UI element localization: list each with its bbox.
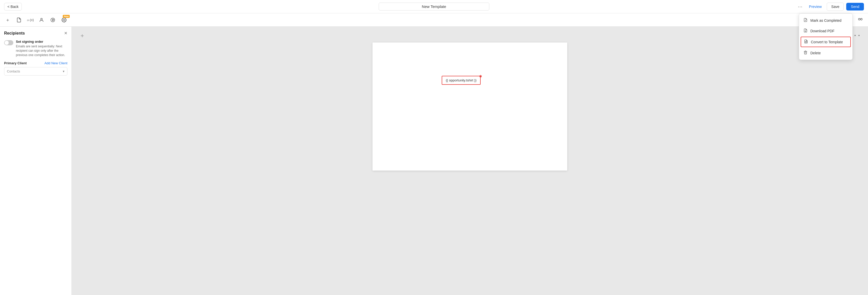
field-required-asterisk: ✱: [479, 74, 482, 78]
contacts-placeholder: Contacts: [7, 69, 20, 73]
save-button[interactable]: Save: [827, 3, 844, 11]
delete-icon: [803, 51, 808, 55]
dropdown-chevron-icon: ▾: [63, 69, 65, 73]
more-options-button[interactable]: ⋯: [796, 2, 804, 11]
menu-item-delete[interactable]: Delete: [799, 47, 852, 58]
primary-client-label: Primary Client: [4, 61, 27, 65]
document-page: {{ opportunity.tshirt }} ✱: [373, 42, 567, 170]
compare-button[interactable]: [857, 15, 864, 24]
settings-tool-icon[interactable]: New: [60, 17, 68, 24]
add-tool-icon[interactable]: ＋: [4, 17, 11, 24]
field-text: {{ opportunity.tshirt }}: [446, 78, 476, 82]
sidebar-title: Recipients: [4, 31, 25, 36]
mark-completed-label: Mark as Completed: [810, 19, 841, 23]
person-tool-icon[interactable]: [38, 17, 45, 24]
svg-rect-7: [805, 41, 807, 42]
download-pdf-label: Download PDF: [810, 29, 834, 33]
primary-client-row: Primary Client Add New Client: [4, 61, 67, 65]
document-toolbar: ＋ • • •: [77, 32, 863, 39]
signing-order-label: Set signing order: [16, 40, 67, 43]
document-area: ＋ • • • {{ opportunity.tshirt }} ✱: [72, 27, 868, 295]
signing-order-text: Set signing order Emails are sent sequen…: [16, 40, 67, 57]
svg-point-5: [861, 19, 862, 20]
download-pdf-icon: [803, 28, 808, 33]
template-field-box[interactable]: {{ opportunity.tshirt }} ✱: [442, 76, 480, 85]
sidebar-header: Recipients ✕: [4, 31, 67, 36]
signing-order-row: Set signing order Emails are sent sequen…: [4, 40, 67, 57]
signing-order-toggle[interactable]: [4, 40, 13, 45]
more-options-dropdown: Mark as Completed Download PDF Convert t…: [799, 13, 852, 60]
recipients-sidebar: Recipients ✕ Set signing order Emails ar…: [0, 27, 72, 295]
menu-item-download-pdf[interactable]: Download PDF: [799, 26, 852, 36]
svg-point-1: [41, 18, 42, 20]
header-left: < Back: [4, 3, 22, 10]
preview-button[interactable]: Preview: [807, 3, 825, 10]
menu-item-convert-template[interactable]: Convert to Template: [801, 37, 851, 47]
contacts-dropdown[interactable]: Contacts ▾: [4, 67, 67, 75]
variable-tool-icon[interactable]: (x) (x): [27, 17, 34, 24]
header-center: [379, 3, 489, 10]
send-button[interactable]: Send: [846, 3, 864, 10]
svg-text:(x): (x): [27, 19, 29, 21]
add-new-client-button[interactable]: Add New Client: [44, 61, 67, 65]
back-button[interactable]: < Back: [4, 3, 22, 10]
document-title-input[interactable]: [379, 3, 489, 10]
new-badge: New: [63, 15, 70, 18]
toolbar-tools: ＋ (x) (x): [4, 17, 68, 24]
document-add-button[interactable]: ＋: [80, 32, 85, 39]
signing-order-description: Emails are sent sequentially: Next recip…: [16, 44, 67, 57]
convert-template-icon: [804, 39, 808, 44]
file-tool-icon[interactable]: [16, 17, 23, 24]
header: < Back ⋯ Preview Save Send: [0, 0, 868, 13]
delete-label: Delete: [810, 51, 820, 55]
svg-point-4: [859, 19, 860, 20]
toggle-knob: [5, 41, 9, 45]
menu-item-mark-completed[interactable]: Mark as Completed: [799, 15, 852, 26]
convert-template-label: Convert to Template: [811, 40, 843, 44]
svg-point-3: [64, 19, 65, 21]
main-area: Recipients ✕ Set signing order Emails ar…: [0, 27, 868, 295]
mark-completed-icon: [803, 18, 808, 23]
currency-tool-icon[interactable]: [49, 17, 56, 24]
header-right: ⋯ Preview Save Send: [796, 2, 864, 11]
secondary-toolbar: ＋ (x) (x): [0, 13, 868, 27]
close-sidebar-button[interactable]: ✕: [64, 31, 67, 36]
